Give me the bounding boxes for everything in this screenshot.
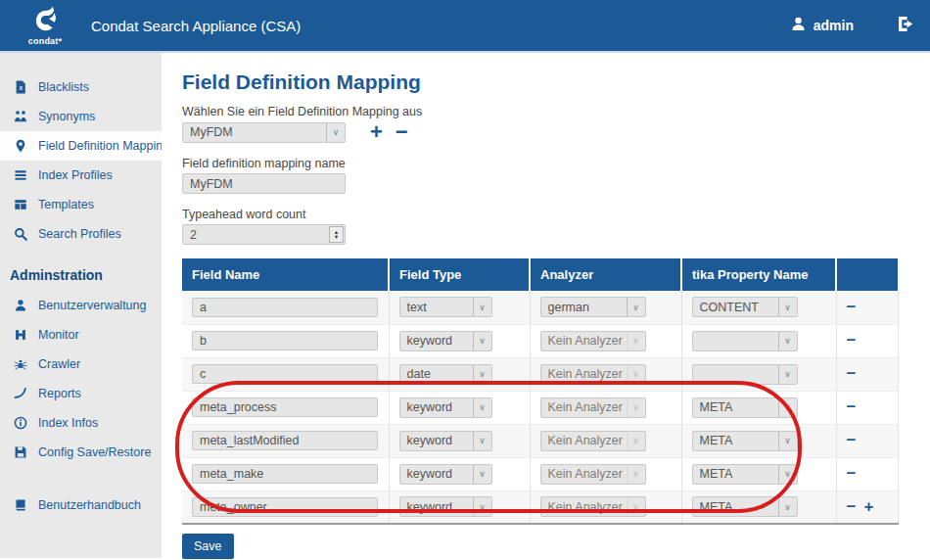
sidebar-item-synonyms[interactable]: Synonyms: [0, 102, 162, 131]
user-menu[interactable]: admin: [790, 16, 854, 35]
condat-logo-icon: [31, 6, 60, 35]
field-name-input[interactable]: [192, 464, 378, 484]
chevron-down-icon: ∨: [473, 365, 491, 384]
sidebar-item-monitor[interactable]: Monitor: [0, 320, 162, 350]
tika-property-select[interactable]: META∨: [692, 464, 798, 485]
sidebar-item-label: Index Profiles: [38, 168, 113, 182]
page-title: Field Definition Mapping: [182, 70, 930, 94]
quantity-stepper[interactable]: ▲▼: [329, 226, 344, 243]
chevron-down-icon: ∨: [778, 497, 797, 516]
analyzer-select-value: Kein Analyzer: [541, 500, 627, 514]
sidebar-item-index-infos[interactable]: Index Infos: [0, 408, 162, 438]
analyzer-select[interactable]: Kein Analyzer∨: [540, 397, 646, 418]
add-row-button[interactable]: +: [863, 497, 873, 516]
chevron-down-icon: ∨: [627, 365, 645, 384]
tika-property-select[interactable]: META∨: [692, 397, 798, 418]
field-type-select-value: date: [400, 367, 473, 381]
field-type-select[interactable]: keyword∨: [399, 464, 492, 485]
tika-property-select[interactable]: ∨: [692, 364, 798, 385]
remove-mapping-button[interactable]: −: [395, 121, 408, 143]
sidebar-item-benutzerhandbuch[interactable]: Benutzerhandbuch: [0, 490, 162, 520]
typeahead-count-field: ▲▼: [182, 224, 346, 245]
chevron-down-icon: ∨: [627, 298, 645, 316]
sidebar-nav: xBlacklistsSynonymsField Definition Mapp…: [0, 53, 162, 558]
tika-property-select[interactable]: ∨: [692, 331, 798, 351]
typeahead-count-input[interactable]: [183, 228, 329, 242]
analyzer-select[interactable]: german∨: [540, 297, 646, 317]
typeahead-label: Typeahead word count: [182, 208, 930, 221]
analyzer-select[interactable]: Kein Analyzer∨: [540, 464, 646, 485]
remove-row-button[interactable]: −: [847, 364, 857, 383]
sidebar-item-label: Benutzerverwaltung: [38, 299, 146, 312]
analyzer-select[interactable]: Kein Analyzer∨: [540, 331, 646, 351]
main-content: Field Definition Mapping Wählen Sie ein …: [162, 53, 930, 558]
remove-row-button[interactable]: −: [847, 431, 857, 449]
field-type-select[interactable]: keyword∨: [399, 496, 492, 517]
template-table-icon: [13, 198, 28, 211]
field-type-select[interactable]: keyword∨: [399, 331, 492, 351]
analyzer-select[interactable]: Kein Analyzer∨: [540, 496, 646, 517]
field-name-input[interactable]: [192, 364, 378, 384]
remove-row-button[interactable]: −: [847, 298, 857, 316]
sidebar-item-label: Index Infos: [38, 416, 98, 430]
sidebar-item-label: Search Profiles: [38, 227, 121, 241]
tika-property-select[interactable]: META∨: [692, 496, 798, 517]
sidebar-item-label: Config Save/Restore: [38, 445, 151, 459]
remove-row-button[interactable]: −: [847, 497, 857, 516]
sidebar-item-label: Benutzerhandbuch: [38, 498, 141, 512]
sidebar-item-reports[interactable]: Reports: [0, 379, 162, 408]
save-button[interactable]: Save: [182, 534, 234, 559]
col-header-tika: tika Property Name: [681, 258, 836, 291]
user-icon: [13, 299, 28, 312]
tika-property-select-value: META: [693, 467, 778, 481]
sidebar-spacer: [0, 467, 162, 490]
sidebar-item-label: Field Definition Mapping: [38, 139, 169, 153]
analyzer-select-value: Kein Analyzer: [541, 400, 627, 414]
fdm-select-value: MyFDM: [183, 125, 326, 139]
save-icon: [13, 445, 28, 459]
condat-logo[interactable]: condat*: [25, 6, 65, 46]
sidebar-item-label: Monitor: [38, 328, 79, 342]
add-mapping-button[interactable]: +: [370, 121, 383, 143]
logo-wordmark: condat*: [28, 36, 62, 46]
field-type-select[interactable]: text∨: [399, 297, 492, 317]
analyzer-select-value: german: [541, 301, 627, 314]
analyzer-select[interactable]: Kein Analyzer∨: [540, 364, 646, 385]
tika-property-select-value: CONTENT: [693, 301, 778, 314]
field-name-input[interactable]: [192, 298, 378, 317]
remove-row-button[interactable]: −: [847, 464, 857, 483]
field-type-select-value: keyword: [400, 467, 473, 481]
tika-property-select[interactable]: META∨: [692, 431, 798, 451]
fdm-select[interactable]: MyFDM ∨: [182, 122, 346, 143]
sidebar-item-crawler[interactable]: Crawler: [0, 350, 162, 379]
sidebar-item-search-profiles[interactable]: Search Profiles: [0, 219, 162, 249]
sidebar-main-items: xBlacklistsSynonymsField Definition Mapp…: [0, 72, 162, 249]
field-type-select[interactable]: keyword∨: [399, 397, 492, 418]
sidebar-item-templates[interactable]: Templates: [0, 190, 162, 219]
field-type-select[interactable]: keyword∨: [399, 431, 492, 451]
field-name-input[interactable]: [192, 431, 378, 450]
mapping-name-input[interactable]: [182, 173, 346, 194]
sidebar-item-field-definition-mapping[interactable]: Field Definition Mapping: [0, 131, 162, 161]
remove-row-button[interactable]: −: [847, 331, 857, 350]
table-row: date∨Kein Analyzer∨∨−: [182, 357, 898, 391]
field-name-input[interactable]: [192, 497, 378, 517]
info-circle-icon: [13, 416, 28, 430]
sidebar-item-index-profiles[interactable]: Index Profiles: [0, 161, 162, 190]
table-row: keyword∨Kein Analyzer∨META∨−+: [182, 490, 898, 524]
field-name-input[interactable]: [192, 397, 378, 417]
sidebar-item-config-save-restore[interactable]: Config Save/Restore: [0, 438, 162, 467]
sidebar-item-benutzerverwaltung[interactable]: Benutzerverwaltung: [0, 291, 162, 320]
logout-button[interactable]: [897, 15, 915, 37]
field-type-select[interactable]: date∨: [399, 364, 492, 385]
sidebar-item-blacklists[interactable]: xBlacklists: [0, 72, 162, 102]
chevron-down-icon: ∨: [778, 432, 797, 450]
chevron-down-icon: ∨: [326, 123, 345, 142]
remove-row-button[interactable]: −: [847, 397, 857, 416]
chevron-down-icon: ∨: [473, 465, 491, 484]
analyzer-select[interactable]: Kein Analyzer∨: [540, 431, 646, 451]
search-icon: [13, 227, 28, 241]
chevron-down-icon: ∨: [627, 332, 645, 350]
tika-property-select[interactable]: CONTENT∨: [692, 297, 798, 317]
field-name-input[interactable]: [192, 331, 378, 350]
